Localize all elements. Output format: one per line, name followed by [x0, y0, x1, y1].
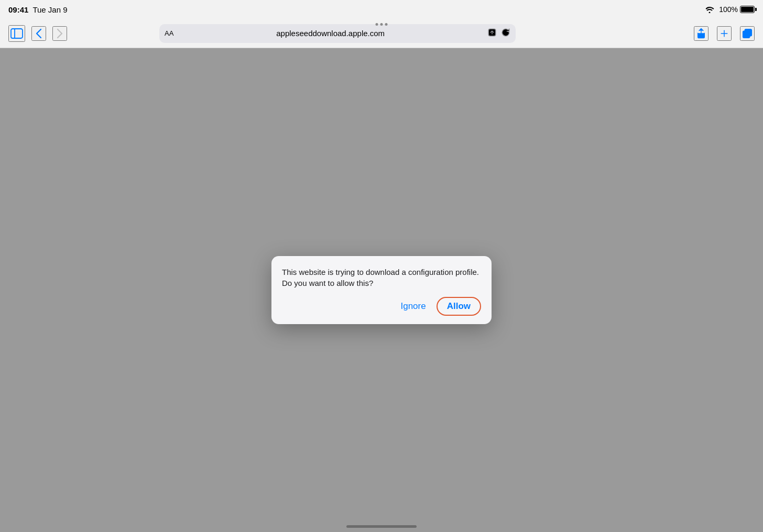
address-bar[interactable]: AA appleseeddownload.apple.com [159, 24, 516, 43]
status-bar: 09:41 Tue Jan 9 100% [0, 0, 763, 19]
status-right: 100% [704, 5, 755, 14]
forward-button[interactable] [52, 26, 67, 41]
address-share-icon[interactable] [487, 28, 497, 39]
permission-dialog: This website is trying to download a con… [271, 256, 492, 324]
svg-rect-0 [11, 29, 23, 38]
sidebar-toggle-button[interactable] [8, 25, 25, 42]
nav-dot-2 [380, 23, 383, 26]
nav-right-icons [694, 26, 755, 41]
dialog-actions: Ignore Allow [282, 297, 481, 316]
dialog-overlay: This website is trying to download a con… [0, 48, 763, 532]
allow-button[interactable]: Allow [437, 297, 481, 316]
dialog-message: This website is trying to download a con… [282, 267, 481, 289]
share-button[interactable] [694, 26, 708, 41]
content-area: This website is trying to download a con… [0, 48, 763, 532]
address-url: appleseeddownload.apple.com [178, 29, 483, 38]
status-time: 09:41 [8, 5, 28, 14]
battery-container: 100% [719, 5, 755, 14]
ignore-button[interactable]: Ignore [394, 299, 432, 314]
home-indicator [346, 525, 417, 528]
address-aa-button[interactable]: AA [165, 29, 173, 37]
address-icons [487, 28, 510, 39]
back-button[interactable] [31, 26, 46, 41]
nav-dot-1 [376, 23, 378, 26]
tabs-button[interactable] [740, 26, 755, 41]
new-tab-button[interactable] [717, 26, 732, 41]
nav-bar: AA appleseeddownload.apple.com [0, 19, 763, 48]
battery-percentage: 100% [719, 5, 738, 14]
nav-dot-3 [385, 23, 388, 26]
nav-dots [376, 23, 388, 26]
battery-icon [740, 6, 755, 13]
reload-icon[interactable] [501, 28, 510, 39]
wifi-icon [704, 6, 715, 13]
status-date: Tue Jan 9 [32, 5, 67, 14]
status-left: 09:41 Tue Jan 9 [8, 5, 68, 14]
